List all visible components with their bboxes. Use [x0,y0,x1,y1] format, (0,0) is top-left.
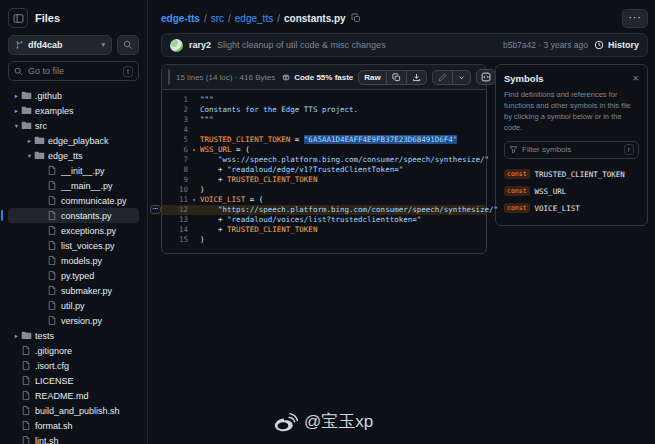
folder-icon-wrap [21,330,35,341]
tab-code[interactable]: Code [169,70,170,84]
file-icon [47,255,57,266]
file-icon-wrap [47,195,61,206]
download-raw-button[interactable] [407,71,426,84]
edit-actions-group [432,70,471,85]
search-this-repo-button[interactable] [117,35,139,55]
close-icon[interactable]: ✕ [632,74,639,83]
line-number[interactable]: 11 [162,195,188,205]
tree-item-py.typed[interactable]: py.typed [8,268,139,283]
edit-dropdown-button[interactable] [453,71,470,84]
chevron-down-icon[interactable]: ▾ [12,122,21,130]
tree-item-submaker.py[interactable]: submaker.py [8,283,139,298]
tree-item-list_voices.py[interactable]: list_voices.py [8,238,139,253]
folder-icon [21,90,32,101]
filter-symbols-input[interactable]: Filter symbols r [504,141,639,159]
commit-author[interactable]: rary2 [189,40,211,50]
line-number[interactable]: 14 [162,225,188,235]
tree-item-edge_playback[interactable]: ▸edge_playback [8,133,139,148]
line-number[interactable]: 13 [162,215,188,225]
tree-item-exceptions.py[interactable]: exceptions.py [8,223,139,238]
tree-item-version.py[interactable]: version.py [8,313,139,328]
line-number[interactable]: 4 [162,125,188,135]
toolbar-actions: Code 55% faste Raw [281,69,496,85]
symbols-panel-toggle-button[interactable] [476,69,496,85]
symbol-item-VOICE_LIST[interactable]: constVOICE_LIST [504,200,639,217]
copilot-badge[interactable]: Code 55% faste [281,73,353,82]
file-icon [47,285,57,296]
line-number[interactable]: 6 [162,145,188,155]
copy-icon [392,73,401,82]
file-icon-wrap [47,165,61,176]
symbols-header: Symbols ✕ [504,73,639,84]
history-button[interactable]: History [594,40,639,50]
file-options-kebab-button[interactable]: ··· [622,9,648,28]
tree-item-models.py[interactable]: models.py [8,253,139,268]
code-token: Constants for the Edge TTS project. [200,105,358,114]
edit-file-button[interactable] [433,71,453,84]
tree-item-edge_tts[interactable]: ▾edge_tts [8,148,139,163]
code-text: Constants for the Edge TTS project. [200,105,358,115]
line-number[interactable]: 3 [162,115,188,125]
breadcrumb-link-edge-tts[interactable]: edge-tts [161,13,200,24]
tree-item-format.sh[interactable]: format.sh [8,418,139,433]
breadcrumb-link-edge_tts[interactable]: edge_tts [235,13,273,24]
tree-item-label: edge_playback [48,136,109,146]
tree-item-tests[interactable]: ▸tests [8,328,139,343]
main-content: edge-tts/src/edge_tts/constants.py ··· r… [149,0,655,444]
chevron-right-icon[interactable]: ▸ [12,332,21,340]
line-number[interactable]: 2 [162,105,188,115]
line-number[interactable]: 15 [162,235,188,245]
line-number[interactable]: 5 [162,135,188,145]
chevron-right-icon[interactable]: ▸ [25,137,34,145]
code-line-9: 9 + TRUSTED_CLIENT_TOKEN [162,175,486,185]
tree-item-util.py[interactable]: util.py [8,298,139,313]
code-text: """ [200,115,214,125]
symbol-item-TRUSTED_CLIENT_TOKEN[interactable]: constTRUSTED_CLIENT_TOKEN [504,166,639,183]
breadcrumb-link-src[interactable]: src [211,13,224,24]
watermark: @宝玉xp [272,410,373,433]
raw-button[interactable]: Raw [359,71,386,84]
tree-item-build_and_publish.sh[interactable]: build_and_publish.sh [8,403,139,418]
tree-item-.gitignore[interactable]: .gitignore [8,343,139,358]
copy-raw-button[interactable] [387,71,407,84]
tree-item-LICENSE[interactable]: LICENSE [8,373,139,388]
chevron-right-icon[interactable]: ▸ [12,107,21,115]
symbol-item-WSS_URL[interactable]: constWSS_URL [504,183,639,200]
tree-item-communicate.py[interactable]: communicate.py [8,193,139,208]
raw-actions-group: Raw [358,70,426,85]
line-number[interactable]: 7 [162,155,188,165]
tree-item-label: tests [35,331,54,341]
chevron-down-icon [458,74,465,81]
line-number[interactable]: 12 [162,205,188,215]
tree-item-constants.py[interactable]: constants.py [8,208,139,223]
tree-item-examples[interactable]: ▸examples [8,103,139,118]
commit-message[interactable]: Slight cleanup of util code & misc chang… [217,40,386,50]
tree-item-__main__.py[interactable]: __main__.py [8,178,139,193]
tree-item-.github[interactable]: ▸.github [8,88,139,103]
line-number[interactable]: 9 [162,175,188,185]
commit-sha-time[interactable]: b5b7a42 · 3 years ago [503,40,588,50]
file-icon-wrap [21,390,35,401]
go-to-file-input[interactable]: Go to file t [8,61,139,81]
line-number[interactable]: 1 [162,95,188,105]
line-number[interactable]: 8 [162,165,188,175]
fold-chevron-icon[interactable]: ▾ [188,195,200,205]
branch-selector[interactable]: dfd4cab ▾ [8,35,112,55]
tree-item-.isort.cfg[interactable]: .isort.cfg [8,358,139,373]
copy-path-button[interactable] [351,13,361,23]
chevron-down-icon[interactable]: ▾ [25,152,34,160]
code-nav-ellipsis-button[interactable]: ⋯ [150,205,161,214]
collapse-sidebar-button[interactable] [8,8,28,28]
fold-chevron-icon[interactable]: ▾ [188,145,200,155]
tree-item-src[interactable]: ▾src [8,118,139,133]
tree-item-README.md[interactable]: README.md [8,388,139,403]
code-line-1: 1""" [162,95,486,105]
tree-item-lint.sh[interactable]: lint.sh [8,433,139,444]
tree-item-__init__.py[interactable]: __init__.py [8,163,139,178]
chevron-right-icon[interactable]: ▸ [12,92,21,100]
line-number[interactable]: 10 [162,185,188,195]
branch-row: dfd4cab ▾ [8,35,139,55]
avatar[interactable] [170,39,183,52]
symbols-list: constTRUSTED_CLIENT_TOKENconstWSS_URLcon… [504,166,639,217]
breadcrumb: edge-tts/src/edge_tts/constants.py [161,13,346,24]
